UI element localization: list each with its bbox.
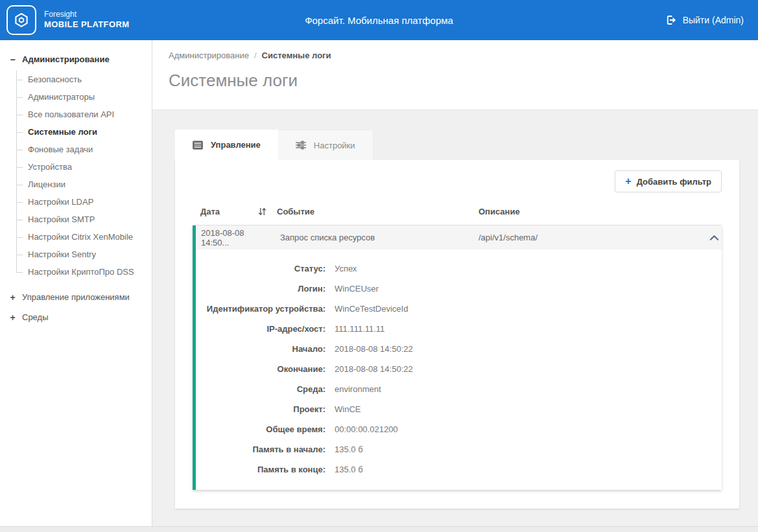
sidebar-section-administration[interactable]: − Администрирование (6, 49, 147, 69)
logout-icon (665, 14, 677, 26)
app-window: Foresight MOBILE PLATFORM Форсайт. Мобил… (0, 0, 758, 532)
detail-row-environment: Среда: environment (196, 379, 722, 399)
sidebar-item-smtp-settings[interactable]: Настройки SMTP (16, 211, 147, 228)
collapse-minus-icon[interactable]: − (9, 55, 16, 64)
tab-bar: Управление Настройки (175, 130, 758, 160)
detail-label: Среда: (196, 384, 326, 394)
column-header-date[interactable]: Дата (193, 207, 277, 216)
detail-value: 2018-08-08 14:50:22 (335, 364, 413, 374)
tab-label: Управление (211, 140, 261, 150)
detail-label: Начало: (196, 344, 326, 354)
detail-label: Общее время: (196, 424, 326, 434)
detail-value: WinCE (335, 404, 361, 414)
detail-value: 135.0 б (335, 465, 363, 474)
detail-value: WinCEUser (335, 284, 379, 294)
detail-label: Логин: (196, 284, 326, 294)
app-logo (6, 5, 36, 35)
detail-value: WinCeTestDeviceId (335, 304, 408, 314)
detail-value: 00:00:00.021200 (335, 424, 398, 434)
breadcrumb-separator: / (254, 51, 257, 60)
detail-row-project: Проект: WinCE (196, 399, 722, 419)
add-filter-label: Добавить фильтр (637, 177, 711, 187)
app-title: Форсайт. Мобильная платформа (305, 15, 453, 26)
sidebar-item-administrators[interactable]: Администраторы (16, 88, 147, 106)
sidebar-section-environments[interactable]: + Среды (6, 307, 147, 327)
detail-row-total-time: Общее время: 00:00:00.021200 (196, 419, 722, 439)
log-row[interactable]: 2018-08-08 14:50... Запрос списка ресурс… (196, 226, 722, 249)
detail-value: Успех (335, 264, 357, 273)
sidebar-item-cryptopro-settings[interactable]: Настройки КриптоПро DSS (16, 263, 147, 281)
breadcrumb-parent[interactable]: Администрирование (169, 51, 249, 60)
detail-label: IP-адрес/хост: (196, 324, 326, 334)
detail-label: Идентификатор устройства: (196, 304, 326, 314)
sidebar-item-licenses[interactable]: Лицензии (16, 176, 147, 193)
detail-label: Память в конце: (196, 465, 326, 474)
table-header: Дата Событие Описание (193, 200, 722, 226)
column-label: Описание (479, 207, 520, 216)
logo-text: Foresight MOBILE PLATFORM (44, 10, 129, 30)
sidebar-section-label: Администрирование (22, 54, 110, 64)
page-title: Системные логи (169, 71, 758, 91)
detail-row-status: Статус: Успех (196, 259, 722, 279)
sidebar-item-api-users[interactable]: Все пользователи API (16, 106, 147, 123)
page-header: Администрирование / Системные логи Систе… (152, 40, 758, 110)
sidebar-item-citrix-settings[interactable]: Настройки Citrix XenMobile (16, 228, 147, 246)
sidebar-section-app-management[interactable]: + Управление приложениями (6, 287, 147, 307)
logo-product: MOBILE PLATFORM (44, 19, 129, 30)
sidebar-section-label: Среды (22, 312, 49, 322)
sidebar-item-system-logs[interactable]: Системные логи (16, 123, 147, 141)
detail-row-ip: IP-адрес/хост: 111.111.11.11 (196, 319, 722, 339)
logout-label: Выйти (Admin) (683, 15, 744, 25)
column-label: Событие (277, 207, 314, 216)
sidebar-item-ldap-settings[interactable]: Настройки LDAP (16, 193, 147, 211)
sidebar-item-devices[interactable]: Устройства (16, 158, 147, 176)
breadcrumb-current: Системные логи (262, 51, 331, 60)
column-header-description: Описание (479, 207, 702, 216)
sliders-icon (296, 141, 306, 150)
breadcrumb: Администрирование / Системные логи (169, 51, 758, 60)
detail-row-device-id: Идентификатор устройства: WinCeTestDevic… (196, 299, 722, 319)
sidebar-tree: Безопасность Администраторы Все пользова… (16, 71, 147, 281)
detail-value: 111.111.11.11 (335, 324, 385, 334)
horizontal-scrollbar[interactable] (0, 526, 758, 532)
collapse-row-button[interactable] (707, 235, 722, 241)
sort-icon[interactable] (258, 207, 266, 216)
detail-value: 2018-08-08 14:50:22 (335, 344, 413, 354)
add-filter-button[interactable]: + Добавить фильтр (615, 170, 722, 192)
detail-row-memory-end: Память в конце: 135.0 б (196, 459, 722, 480)
list-icon (193, 141, 203, 150)
log-entry: 2018-08-08 14:50... Запрос списка ресурс… (193, 226, 722, 490)
detail-value: environment (335, 384, 381, 394)
logo-brand: Foresight (44, 10, 129, 19)
expand-plus-icon[interactable]: + (9, 293, 16, 302)
detail-row-start: Начало: 2018-08-08 14:50:22 (196, 339, 722, 359)
detail-label: Память в начале: (196, 445, 326, 454)
sidebar-item-security[interactable]: Безопасность (16, 71, 147, 88)
tab-label: Настройки (314, 141, 355, 150)
plus-icon: + (625, 176, 631, 187)
logs-panel: + Добавить фильтр Дата (175, 160, 739, 509)
foresight-hexagon-icon (12, 10, 31, 30)
expand-plus-icon[interactable]: + (9, 313, 16, 322)
sidebar-item-sentry-settings[interactable]: Настройки Sentry (16, 246, 147, 263)
detail-row-memory-start: Память в начале: 135.0 б (196, 439, 722, 459)
sidebar-nav: − Администрирование Безопасность Админис… (0, 40, 152, 532)
log-row-date: 2018-08-08 14:50... (196, 228, 280, 248)
log-detail-panel: Статус: Успех Логин: WinCEUser Идентифик… (196, 249, 722, 490)
detail-label: Окончание: (196, 364, 326, 374)
tab-management[interactable]: Управление (175, 130, 278, 160)
logs-toolbar: + Добавить фильтр (193, 170, 722, 192)
main-content: Администрирование / Системные логи Систе… (152, 40, 758, 532)
chevron-up-icon (709, 235, 719, 241)
detail-label: Статус: (196, 264, 326, 273)
tab-settings[interactable]: Настройки (278, 130, 373, 160)
column-label: Дата (200, 207, 220, 216)
top-header: Foresight MOBILE PLATFORM Форсайт. Мобил… (0, 0, 758, 40)
sidebar-item-background-tasks[interactable]: Фоновые задачи (16, 141, 147, 158)
log-row-event: Запрос списка ресурсов (280, 233, 479, 242)
log-row-description: /api/v1/schema/ (479, 233, 702, 242)
logout-button[interactable]: Выйти (Admin) (665, 14, 744, 26)
column-header-event: Событие (277, 207, 479, 216)
detail-value: 135.0 б (335, 445, 363, 454)
detail-row-end: Окончание: 2018-08-08 14:50:22 (196, 359, 722, 379)
